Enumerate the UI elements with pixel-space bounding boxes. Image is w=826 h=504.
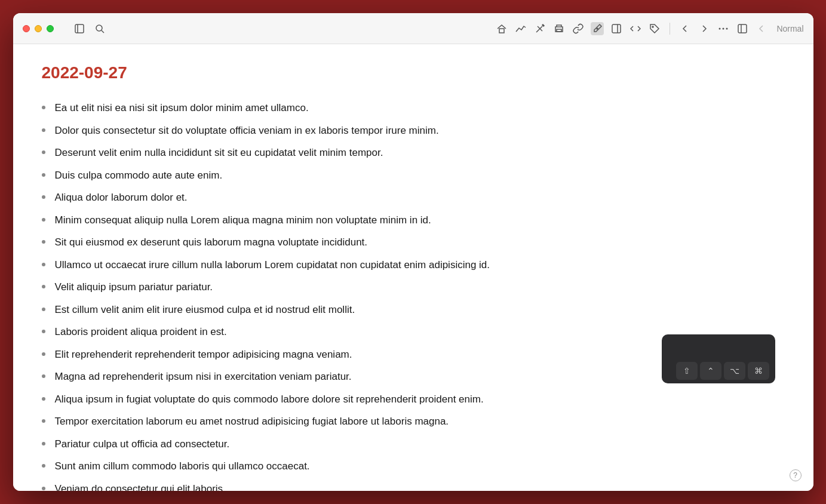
print-icon[interactable] <box>552 22 566 35</box>
bullet-text: Tempor exercitation laborum eu amet nost… <box>55 414 449 429</box>
back-icon[interactable] <box>678 22 692 35</box>
more-icon[interactable] <box>717 22 730 35</box>
floating-toolbar-buttons: ⇧ ⌃ ⌥ ⌘ <box>668 362 769 380</box>
date-heading: 2022-09-27 <box>42 63 785 82</box>
panel-icon[interactable] <box>610 22 623 35</box>
svg-point-2 <box>96 25 102 31</box>
bullet-text: Aliqua dolor laborum dolor et. <box>55 190 188 205</box>
chart-icon[interactable] <box>514 22 527 35</box>
svg-point-11 <box>652 26 653 27</box>
toolbar-divider <box>670 23 670 35</box>
note-content: 2022-09-27 Ea ut elit nisi ea nisi sit i… <box>13 44 813 491</box>
svg-line-3 <box>102 30 104 33</box>
sidebar-toggle-icon[interactable] <box>73 22 86 35</box>
list-item: Veniam do consectetur qui elit laboris <box>42 478 785 491</box>
bullet-dot <box>42 240 45 244</box>
close-button[interactable] <box>23 25 30 32</box>
bullet-text: Velit aliquip ipsum pariatur pariatur. <box>55 279 213 295</box>
shift-key-button[interactable]: ⇧ <box>676 362 698 380</box>
titlebar-left <box>23 22 106 35</box>
normal-style-label[interactable]: Normal <box>776 24 803 33</box>
bullet-text: Sunt anim cillum commodo laboris qui ull… <box>55 459 310 474</box>
list-item: Ullamco ut occaecat irure cillum nulla l… <box>42 254 785 276</box>
tools-icon[interactable] <box>533 22 546 35</box>
link-icon[interactable] <box>572 22 585 35</box>
bullet-dot <box>42 374 45 378</box>
svg-point-13 <box>723 27 724 29</box>
bullet-dot <box>42 352 45 356</box>
option-key-button[interactable]: ⌥ <box>724 362 745 380</box>
cmd-key-button[interactable]: ⌘ <box>748 362 769 380</box>
list-item: Duis culpa commodo aute aute enim. <box>42 164 785 187</box>
pen-icon[interactable] <box>591 22 604 35</box>
floating-search-input[interactable] <box>668 340 769 358</box>
list-item: Aliqua dolor laborum dolor et. <box>42 186 785 209</box>
ctrl-key-button[interactable]: ⌃ <box>700 362 721 380</box>
bullet-text: Ullamco ut occaecat irure cillum nulla l… <box>55 257 490 273</box>
titlebar-right-icons: Normal <box>495 22 803 35</box>
bullet-text: Sit qui eiusmod ex deserunt quis laborum… <box>55 235 368 250</box>
floating-toolbar: ⇧ ⌃ ⌥ ⌘ <box>662 334 775 383</box>
list-item: Minim consequat aliquip nulla Lorem aliq… <box>42 209 785 232</box>
svg-rect-15 <box>738 24 747 33</box>
fullscreen-icon[interactable] <box>736 22 749 35</box>
app-window: Normal 2022-09-27 Ea ut elit nisi ea nis… <box>13 13 813 491</box>
bullet-text: Deserunt velit enim nulla incididunt sit… <box>55 145 383 161</box>
svg-rect-9 <box>612 24 621 33</box>
list-item: Velit aliquip ipsum pariatur pariatur. <box>42 276 785 299</box>
list-item: Ea ut elit nisi ea nisi sit ipsum dolor … <box>42 97 785 119</box>
home-icon[interactable] <box>495 22 508 35</box>
bullet-dot <box>42 263 45 266</box>
svg-rect-0 <box>75 24 84 33</box>
bullet-dot <box>42 487 45 490</box>
bullet-dot <box>42 195 45 199</box>
bullet-dot <box>42 419 45 423</box>
traffic-lights <box>23 25 54 32</box>
bullet-dot <box>42 285 45 288</box>
bullet-dot <box>42 106 45 109</box>
maximize-button[interactable] <box>47 25 54 32</box>
bullet-text: Veniam do consectetur qui elit laboris <box>55 481 223 491</box>
bullet-text: Elit reprehenderit reprehenderit tempor … <box>55 347 352 362</box>
titlebar-left-icons <box>73 22 106 35</box>
bullet-text: Magna ad reprehenderit ipsum nisi in exe… <box>55 369 352 385</box>
svg-point-14 <box>726 27 728 29</box>
svg-rect-4 <box>499 29 504 33</box>
svg-point-8 <box>597 28 598 29</box>
bullet-text: Laboris proident aliqua proident in est. <box>55 324 227 340</box>
bullet-dot <box>42 464 45 468</box>
bullet-text: Minim consequat aliquip nulla Lorem aliq… <box>55 213 431 228</box>
tags-icon[interactable] <box>648 22 661 35</box>
bullet-text: Dolor quis consectetur sit do voluptate … <box>55 123 439 139</box>
search-icon[interactable] <box>93 22 106 35</box>
list-item: Sit qui eiusmod ex deserunt quis laborum… <box>42 231 785 254</box>
bullet-text: Est cillum velit anim elit irure eiusmod… <box>55 302 355 318</box>
svg-point-12 <box>719 27 721 29</box>
titlebar: Normal <box>13 13 813 44</box>
bullet-dot <box>42 218 45 222</box>
bullet-dot <box>42 128 45 132</box>
bullet-text: Pariatur culpa ut officia ad consectetur… <box>55 437 230 452</box>
bullet-dot <box>42 173 45 177</box>
bullet-list: Ea ut elit nisi ea nisi sit ipsum dolor … <box>42 97 785 491</box>
forward-icon[interactable] <box>698 22 711 35</box>
help-button[interactable]: ? <box>790 469 802 481</box>
bullet-text: Ea ut elit nisi ea nisi sit ipsum dolor … <box>55 100 309 116</box>
list-item: Dolor quis consectetur sit do voluptate … <box>42 119 785 142</box>
list-item: Sunt anim cillum commodo laboris qui ull… <box>42 455 785 478</box>
list-item: Aliqua ipsum in fugiat voluptate do quis… <box>42 388 785 411</box>
minimize-button[interactable] <box>35 25 42 32</box>
bullet-text: Duis culpa commodo aute aute enim. <box>55 168 223 183</box>
bullet-text: Aliqua ipsum in fugiat voluptate do quis… <box>55 392 484 407</box>
list-item: Tempor exercitation laborum eu amet nost… <box>42 410 785 433</box>
bullet-dot <box>42 397 45 401</box>
list-item: Pariatur culpa ut officia ad consectetur… <box>42 433 785 456</box>
bullet-dot <box>42 330 45 333</box>
code-icon[interactable] <box>629 22 642 35</box>
bullet-dot <box>42 442 45 445</box>
bullet-dot <box>42 150 45 154</box>
list-item: Est cillum velit anim elit irure eiusmod… <box>42 299 785 321</box>
svg-rect-7 <box>557 29 561 32</box>
style-back-icon[interactable] <box>755 22 768 35</box>
bullet-dot <box>42 308 45 311</box>
